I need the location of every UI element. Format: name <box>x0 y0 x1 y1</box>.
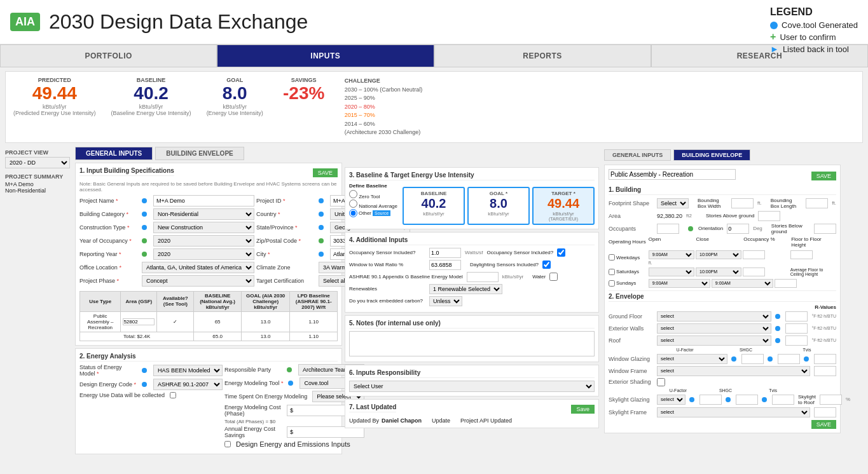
source-button[interactable]: Source <box>373 210 390 216</box>
env-project-name[interactable] <box>609 169 736 180</box>
wwr-input[interactable] <box>429 260 461 270</box>
goal-unit: kBtu/sf/yr <box>207 104 263 110</box>
ground-floor-select[interactable]: select <box>657 311 771 322</box>
exterior-walls-label: Exterior Walls <box>609 325 653 332</box>
other-radio[interactable] <box>349 209 357 217</box>
goal-sub: (Energy Use Intensity) <box>207 110 263 116</box>
sg-ufactor[interactable] <box>699 395 722 405</box>
reporting-year-select[interactable]: 2020 <box>153 248 254 260</box>
sun-close-select[interactable]: 9:00AM <box>712 279 773 288</box>
exterior-walls-row: Exterior Walls select °F·ft2·h/BTU <box>609 323 836 334</box>
ground-floor-r-input[interactable] <box>785 311 808 322</box>
additional-inputs-section: 4. Additional Inputs Occupancy Sensor In… <box>345 232 599 313</box>
lighting-power-input[interactable] <box>429 248 461 258</box>
project-view-select[interactable]: 2020 - DD <box>5 157 70 168</box>
predicted-sub: (Predicted Energy Use Intensity) <box>13 110 96 116</box>
weekdays-label: Weekdays <box>616 255 640 261</box>
tab-general-env[interactable]: GENERAL INPUTS <box>604 149 671 161</box>
bbox-width-label: Bounding Box Width <box>698 198 727 209</box>
baseline-boxes: BASELINE 40.2 kBtu/sf/yr GOAL * 8.0 kBtu… <box>403 187 595 225</box>
w-goal: 13.0 <box>241 332 290 341</box>
project-phase-select[interactable]: Concept <box>142 275 254 287</box>
saturdays-checkbox[interactable] <box>609 269 615 275</box>
wf-input[interactable] <box>814 366 836 376</box>
sg-tvis[interactable] <box>772 395 794 405</box>
sat-open-select[interactable] <box>649 267 694 276</box>
ut-area-input[interactable] <box>123 318 155 325</box>
national-avg-radio[interactable] <box>349 200 357 208</box>
fth-unit: ft. <box>649 261 694 265</box>
bbox-length-input[interactable] <box>806 198 828 208</box>
stories-above-input[interactable] <box>758 211 780 221</box>
orientation-input[interactable] <box>727 224 749 234</box>
arrow-icon: ► <box>770 44 779 54</box>
save-button-last[interactable]: Save <box>571 405 595 414</box>
ashrae-input[interactable] <box>467 272 499 282</box>
weekdays-checkbox[interactable] <box>609 254 615 261</box>
construction-type-select[interactable]: New Construction <box>153 222 254 233</box>
str-input[interactable] <box>820 395 842 405</box>
renewables-select[interactable]: 1 Renewable Selected <box>429 284 502 294</box>
updated-by-value: Daniel Chapon <box>382 417 422 424</box>
embedded-select[interactable]: Unless <box>429 296 462 306</box>
exterior-walls-r-input[interactable] <box>785 323 808 334</box>
occupants-input[interactable] <box>657 224 679 234</box>
notes-title: 5. Notes (for internal use only) <box>349 320 595 328</box>
notes-textarea[interactable] <box>349 331 595 356</box>
occupancy-sensor-checkbox[interactable] <box>557 248 565 257</box>
weekday-open-select[interactable]: 9:00AM <box>649 250 694 259</box>
env-save-button[interactable]: SAVE <box>811 172 836 180</box>
stories-below-input[interactable] <box>814 224 836 234</box>
water-checkbox[interactable] <box>549 273 558 281</box>
office-location-select[interactable]: Atlanta, GA, United States of America <box>142 262 254 273</box>
roof-r-input[interactable] <box>785 335 808 346</box>
design-emissions-checkbox[interactable] <box>224 441 231 447</box>
skylight-glazing-select[interactable]: select <box>657 395 685 405</box>
exterior-walls-select[interactable]: select <box>657 323 771 334</box>
bbox-width-unit: ft. <box>757 200 762 206</box>
sun-open-select[interactable]: 9:00AM <box>649 279 710 288</box>
legend-title: LEGEND <box>770 6 858 18</box>
project-name-input[interactable] <box>153 195 254 207</box>
window-glazing-select[interactable]: select <box>657 354 727 364</box>
weekday-occ-pct[interactable] <box>743 250 765 259</box>
weekday-close-select[interactable]: 10:00PM <box>696 250 741 259</box>
sundays-checkbox[interactable] <box>609 280 615 287</box>
tab-building-env[interactable]: BUILDING ENVELOPE <box>673 149 750 161</box>
exterior-shading-checkbox[interactable] <box>657 378 665 386</box>
window-frame-select[interactable]: select <box>657 366 810 376</box>
wg-shgc[interactable] <box>778 354 800 364</box>
define-baseline-panel: Define Baseline Zero Tool National Avera… <box>349 183 397 217</box>
floor-to-floor-input[interactable] <box>790 250 813 259</box>
nav-reports[interactable]: REPORTS <box>434 44 651 67</box>
wg-tvis[interactable] <box>814 354 836 364</box>
bbox-width-input[interactable] <box>731 198 754 208</box>
sat-occ-pct[interactable] <box>743 267 765 276</box>
year-occupancy-select[interactable]: 2020 <box>153 235 254 247</box>
energy-status-select[interactable]: HAS BEEN Modeled <box>153 365 223 376</box>
footprint-shape-select[interactable]: Select <box>657 198 689 208</box>
sun-occ-pct[interactable] <box>775 279 797 288</box>
select-user-select[interactable]: Select User <box>349 381 595 392</box>
design-energy-select[interactable]: ASHRAE 90.1-2007 <box>153 379 223 390</box>
sg-shgc[interactable] <box>736 395 758 405</box>
nav-portfolio[interactable]: PORTFOLIO <box>0 44 217 67</box>
skylight-frame-select[interactable]: select <box>657 407 810 417</box>
zero-tool-radio[interactable] <box>349 190 357 198</box>
wg-ufactor[interactable] <box>741 354 764 364</box>
envelope-form: SAVE 1. Building Footprint Shape Select … <box>604 165 841 433</box>
sat-close-select[interactable]: 10:00PM <box>696 267 741 276</box>
sf-input[interactable] <box>814 407 836 417</box>
env-save-bottom-button[interactable]: SAVE <box>811 420 836 429</box>
roof-select[interactable]: select <box>657 335 771 346</box>
energy-collect-checkbox[interactable] <box>170 392 176 398</box>
save-button-1[interactable]: SAVE <box>313 168 338 177</box>
u-factor-col: U-Factor <box>656 348 714 352</box>
nav-inputs[interactable]: INPUTS <box>217 44 434 67</box>
daylighting-checkbox[interactable] <box>542 261 551 269</box>
sky-glaz-label: Skylight Glazing <box>609 396 653 403</box>
building-category-select[interactable]: Non-Residential <box>153 208 254 220</box>
tab-general-inputs[interactable]: GENERAL INPUTS <box>75 147 153 160</box>
tab-building-envelope[interactable]: BUILDING ENVELOPE <box>155 147 244 160</box>
lighting-power-row: Occupancy Sensor Included? Watts/sf Occu… <box>349 248 595 258</box>
